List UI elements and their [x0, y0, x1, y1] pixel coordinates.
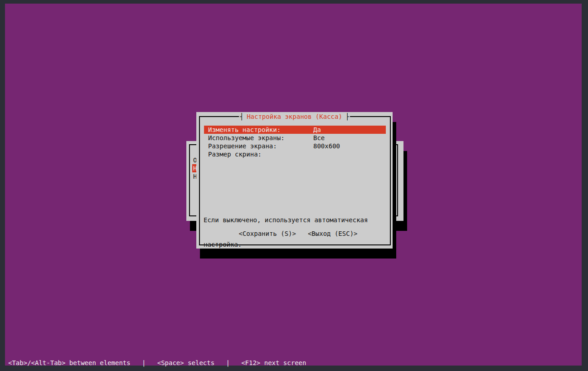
- title-right-tick-icon: ├: [345, 113, 349, 120]
- title-left-tick-icon: ┤: [240, 113, 243, 120]
- dialog-title-wrap: ┤Настройка экранов (Касса)├: [239, 112, 350, 121]
- menu-row-change-settings[interactable]: Изменять настройки: Да: [204, 126, 386, 134]
- root: { "screen": { "background": "#762672", "…: [0, 0, 588, 371]
- save-button[interactable]: <Сохранить (S)>: [238, 229, 296, 238]
- settings-dialog: ┤Настройка экранов (Касса)├ Изменять нас…: [196, 112, 393, 249]
- menu-row-screen-resolution[interactable]: Разрешение экрана: 800x600: [204, 142, 386, 150]
- menu-row-used-screens[interactable]: Используемые экраны: Все: [204, 134, 386, 142]
- help-text-line: Если выключено, используется автоматичес…: [204, 216, 389, 224]
- dialog-title-line: ┤Настройка экранов (Касса)├: [196, 112, 393, 121]
- exit-button[interactable]: <Выход (ESC)>: [308, 229, 358, 238]
- menu-row-label: Размер скрина:: [208, 150, 262, 158]
- menu-row-value: 800x600: [313, 142, 340, 150]
- menu-row-label: Используемые экраны:: [208, 134, 285, 142]
- status-bar-keyboard-hints: <Tab>/<Alt-Tab> between elements | <Spac…: [8, 359, 306, 367]
- menu-row-label: Разрешение экрана:: [208, 142, 277, 150]
- help-text-line: настройка.: [204, 240, 389, 249]
- menu-row-value: Все: [313, 134, 325, 142]
- menu-row-label: Изменять настройки:: [208, 126, 281, 134]
- dialog-title: Настройка экранов (Касса): [243, 113, 345, 120]
- dialog-button-row: <Сохранить (S)> <Выход (ESC)>: [200, 229, 396, 238]
- menu-row-screen-size[interactable]: Размер скрина:: [204, 150, 386, 158]
- menu-row-value: Да: [313, 126, 321, 134]
